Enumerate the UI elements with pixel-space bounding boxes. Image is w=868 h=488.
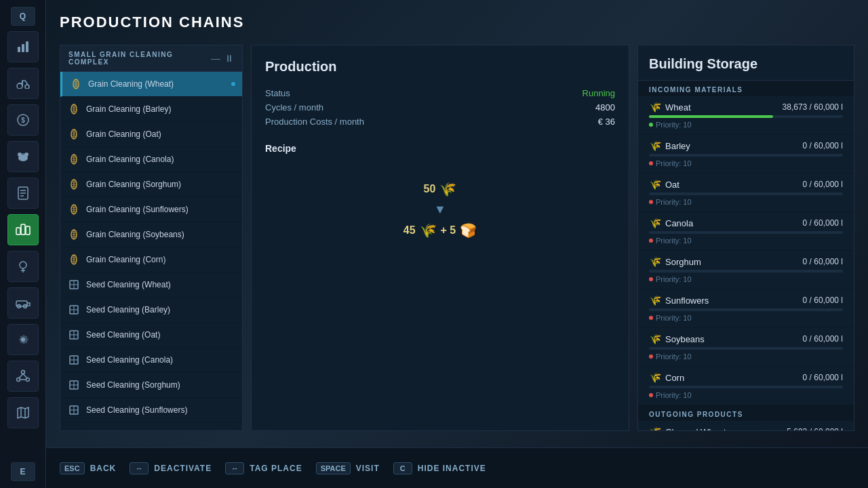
page-title: PRODUCTION CHAINS <box>60 14 854 31</box>
storage-item-name: Canola <box>665 218 693 228</box>
sidebar-btn-network[interactable] <box>7 361 39 392</box>
list-item[interactable]: Seed Cleaning (Oat) <box>60 323 242 348</box>
storage-item-row: 🌾 Barley 0 / 60,000 l <box>649 140 843 151</box>
list-item[interactable]: Grain Cleaning (Corn) <box>60 247 242 272</box>
bottom-btn-deactivate[interactable]: ↔ DEACTIVATE <box>130 462 212 474</box>
incoming-section-title: INCOMING MATERIALS <box>638 81 854 96</box>
storage-progress-bar <box>649 270 843 272</box>
storage-item-icon: 🌾 <box>649 179 661 190</box>
list-item[interactable]: Seed Cleaning (Wheat) <box>60 272 242 298</box>
storage-item: 🌾 Corn 0 / 60,000 l Priority: 10 <box>638 367 854 405</box>
list-item[interactable]: Seed Cleaning (Sorghum) <box>60 373 242 398</box>
storage-item-name: Sunflowers <box>665 296 709 306</box>
svg-point-4 <box>25 85 29 89</box>
bottom-btn-hide-inactive[interactable]: C HIDE INACTIVE <box>393 462 486 474</box>
svg-point-3 <box>17 83 22 89</box>
svg-point-23 <box>21 371 24 374</box>
list-item-text: Grain Cleaning (Soybeans) <box>86 230 235 239</box>
storage-item-amount: 0 / 60,000 l <box>803 373 843 382</box>
list-item[interactable]: Grain Cleaning (Canola) <box>60 147 242 172</box>
recipe-input-icon: 🌾 <box>439 181 456 197</box>
list-item[interactable]: Grain Cleaning (Oat) <box>60 122 242 147</box>
stat-cycles-label: Cycles / month <box>265 102 323 113</box>
sidebar-btn-missions[interactable] <box>7 251 39 282</box>
sidebar-btn-map[interactable] <box>7 397 39 428</box>
storage-item-amount: 0 / 60,000 l <box>803 296 843 305</box>
label-tagplace: TAG PLACE <box>250 464 302 473</box>
storage-status-dot <box>649 200 653 204</box>
sidebar-btn-settings[interactable] <box>7 324 39 355</box>
storage-item-left: 🌾 Wheat <box>649 102 691 113</box>
sidebar-btn-stats[interactable] <box>7 31 39 62</box>
sidebar-btn-contracts[interactable] <box>7 178 39 209</box>
svg-rect-14 <box>16 228 20 235</box>
storage-item: 🌾 Soybeans 0 / 60,000 l Priority: 10 <box>638 328 854 367</box>
sidebar-btn-e[interactable]: E <box>11 462 35 481</box>
list-item[interactable]: Seed Cleaning (Barley) <box>60 298 242 323</box>
key-esc: ESC <box>60 462 85 474</box>
recipe-output: 45 🌾 + 5 🍞 <box>403 222 477 239</box>
content-layout: SMALL GRAIN CLEANING COMPLEX — ⏸ Grain C… <box>60 45 854 431</box>
storage-item-amount: 0 / 60,000 l <box>803 334 843 344</box>
list-item-icon <box>69 77 83 91</box>
list-item[interactable]: Seed Cleaning (Canola) <box>60 348 242 373</box>
key-deactivate: ↔ <box>130 462 149 474</box>
storage-priority: Priority: 10 <box>656 275 692 283</box>
storage-item-row: 🌾 Canola 0 / 60,000 l <box>649 218 843 228</box>
storage-status-dot <box>649 354 653 359</box>
list-item[interactable]: Grain Cleaning (Wheat) <box>60 72 242 97</box>
sidebar-btn-production[interactable] <box>7 214 39 245</box>
sidebar-btn-tractor[interactable] <box>7 68 39 99</box>
list-item-icon <box>67 152 81 166</box>
stat-costs-label: Production Costs / month <box>265 117 364 127</box>
storage-item-amount: 0 / 60,000 l <box>803 257 843 266</box>
sidebar-btn-animal[interactable] <box>7 141 39 172</box>
bottom-btn-visit[interactable]: SPACE VISIT <box>316 462 380 474</box>
list-minimize-btn[interactable]: — <box>211 53 220 64</box>
storage-item-row: 🌾 Wheat 38,673 / 60,000 l <box>649 102 843 113</box>
storage-priority: Priority: 10 <box>656 159 692 167</box>
storage-progress-bar <box>649 347 843 350</box>
sidebar-btn-money[interactable]: $ <box>7 104 39 136</box>
storage-item-amount: 0 / 60,000 l <box>803 180 843 189</box>
list-item-text: Grain Cleaning (Oat) <box>86 129 235 139</box>
list-pause-btn[interactable]: ⏸ <box>224 53 234 64</box>
sidebar-btn-vehicles[interactable] <box>7 287 39 319</box>
bottom-btn-back[interactable]: ESC BACK <box>60 462 116 474</box>
storage-status-dot <box>649 161 653 165</box>
storage-item-icon: 🌾 <box>649 218 661 228</box>
list-item[interactable]: Seed Cleaning (Sunflowers) <box>60 398 242 423</box>
storage-progress-fill <box>649 115 773 118</box>
list-item-text: Grain Cleaning (Corn) <box>86 255 235 264</box>
list-item-icon <box>67 253 81 266</box>
storage-item: 🌾 Barley 0 / 60,000 l Priority: 10 <box>638 135 854 174</box>
list-item[interactable]: Grain Cleaning (Soybeans) <box>60 222 242 247</box>
list-item-indicator <box>231 82 235 86</box>
storage-item: 🌾 Sorghum 0 / 60,000 l Priority: 10 <box>638 251 854 289</box>
storage-item-row: 🌾 Sorghum 0 / 60,000 l <box>649 256 843 267</box>
storage-item-left: 🌾 Cleaned Wheat <box>649 426 726 430</box>
storage-item-amount: 38,673 / 60,000 l <box>783 102 843 112</box>
list-item-icon <box>67 328 81 342</box>
storage-item-left: 🌾 Sunflowers <box>649 295 709 306</box>
storage-item-icon: 🌾 <box>649 256 661 267</box>
list-item[interactable]: Grain Cleaning (Barley) <box>60 97 242 122</box>
list-item-icon <box>67 127 81 141</box>
list-item[interactable]: Grain Cleaning (Sunflowers) <box>60 197 242 222</box>
storage-item-row: 🌾 Soybeans 0 / 60,000 l <box>649 333 843 344</box>
svg-text:$: $ <box>21 117 25 124</box>
stat-cycles: Cycles / month 4800 <box>265 102 615 113</box>
list-item-text: Seed Cleaning (Oat) <box>86 330 235 340</box>
bottom-btn-tagplace[interactable]: ↔ TAG PLACE <box>225 462 302 474</box>
list-item-text: Grain Cleaning (Sunflowers) <box>86 205 235 214</box>
recipe-output-icon1: 🌾 <box>420 222 437 239</box>
list-item[interactable]: Grain Cleaning (Sorghum) <box>60 172 242 197</box>
storage-item: 🌾 Wheat 38,673 / 60,000 l Priority: 10 <box>638 96 854 135</box>
sidebar-btn-q[interactable]: Q <box>11 7 35 26</box>
stat-status-value: Running <box>583 88 615 98</box>
key-tagplace: ↔ <box>225 462 244 474</box>
storage-item-icon: 🌾 <box>649 102 661 113</box>
storage-item-name: Cleaned Wheat <box>665 427 726 431</box>
recipe-output-plus: + 5 <box>441 224 456 237</box>
storage-item-row: 🌾 Sunflowers 0 / 60,000 l <box>649 295 843 306</box>
